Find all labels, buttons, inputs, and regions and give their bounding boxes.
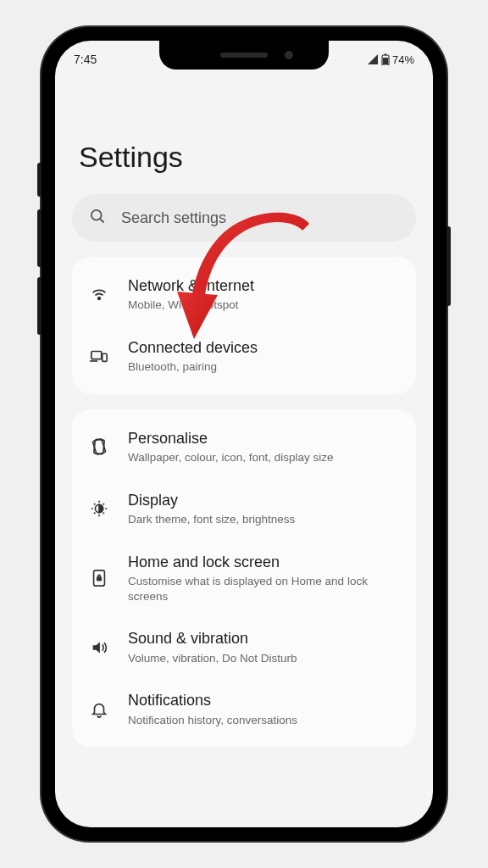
item-text: Personalise Wallpaper, colour, icon, fon… [128,429,399,465]
svg-rect-7 [103,354,108,362]
settings-item-sound[interactable]: Sound & vibration Volume, vibration, Do … [72,616,416,678]
phone-frame: 7:45 74% Settings Search settings [42,27,446,841]
volume-down-button [37,277,42,335]
svg-rect-21 [97,577,102,581]
status-time: 7:45 [74,53,97,66]
mute-switch [37,163,42,197]
battery-icon [381,53,390,65]
screen: 7:45 74% Settings Search settings [55,41,433,827]
item-sub: Bluetooth, pairing [128,359,399,375]
search-input[interactable]: Search settings [72,194,416,242]
item-title: Network & Internet [128,276,399,296]
item-sub: Notification history, conversations [128,713,399,728]
svg-line-16 [94,504,95,504]
svg-line-18 [94,513,95,514]
item-title: Home and lock screen [128,553,399,572]
settings-item-personalise[interactable]: Personalise Wallpaper, colour, icon, fon… [72,416,416,478]
settings-item-connected-devices[interactable]: Connected devices Bluetooth, pairing [72,326,416,387]
svg-rect-6 [92,352,102,359]
item-title: Notifications [128,691,399,710]
volume-up-button [37,209,42,267]
svg-line-19 [103,504,104,504]
sound-icon [89,637,109,658]
item-text: Connected devices Bluetooth, pairing [128,338,399,375]
item-text: Home and lock screen Customise what is d… [128,553,399,604]
settings-item-network[interactable]: Network & Internet Mobile, Wi-Fi, hotspo… [72,264,416,326]
item-sub: Volume, vibration, Do Not Disturb [128,651,399,666]
settings-group-device: Personalise Wallpaper, colour, icon, fon… [72,409,416,747]
speaker [220,53,268,58]
signal-icon [367,54,379,64]
svg-point-5 [98,298,101,300]
item-title: Connected devices [128,338,399,358]
page-title: Settings [79,141,416,174]
item-title: Sound & vibration [128,629,399,648]
settings-item-home-lock[interactable]: Home and lock screen Customise what is d… [72,540,416,616]
search-icon [89,208,106,228]
devices-icon [89,346,109,366]
settings-item-display[interactable]: Display Dark theme, font size, brightnes… [72,478,416,540]
notch [159,41,329,70]
item-title: Display [128,491,399,510]
phone-lock-icon [89,568,109,588]
item-sub: Wallpaper, colour, icon, font, display s… [128,450,399,465]
content: Settings Search settings Network & Inter… [55,71,433,827]
item-sub: Customise what is displayed on Home and … [128,574,399,604]
svg-line-4 [100,219,104,223]
svg-line-17 [103,513,104,514]
search-placeholder: Search settings [121,209,226,227]
settings-item-notifications[interactable]: Notifications Notification history, conv… [72,678,416,740]
item-sub: Dark theme, font size, brightness [128,512,399,527]
front-camera [285,51,293,59]
item-text: Display Dark theme, font size, brightnes… [128,491,399,527]
item-text: Network & Internet Mobile, Wi-Fi, hotspo… [128,276,399,313]
item-sub: Mobile, Wi-Fi, hotspot [128,298,399,313]
status-right: 74% [367,53,414,66]
svg-point-3 [92,210,102,220]
item-text: Sound & vibration Volume, vibration, Do … [128,629,399,665]
status-battery: 74% [392,53,414,66]
item-title: Personalise [128,429,399,448]
brightness-icon [89,498,109,519]
item-text: Notifications Notification history, conv… [128,691,399,727]
wifi-icon [89,284,109,304]
settings-group-connectivity: Network & Internet Mobile, Wi-Fi, hotspo… [72,257,416,394]
svg-rect-2 [383,58,388,64]
svg-rect-1 [384,54,386,56]
power-button [446,226,451,306]
palette-icon [89,437,109,457]
bell-icon [89,699,109,720]
